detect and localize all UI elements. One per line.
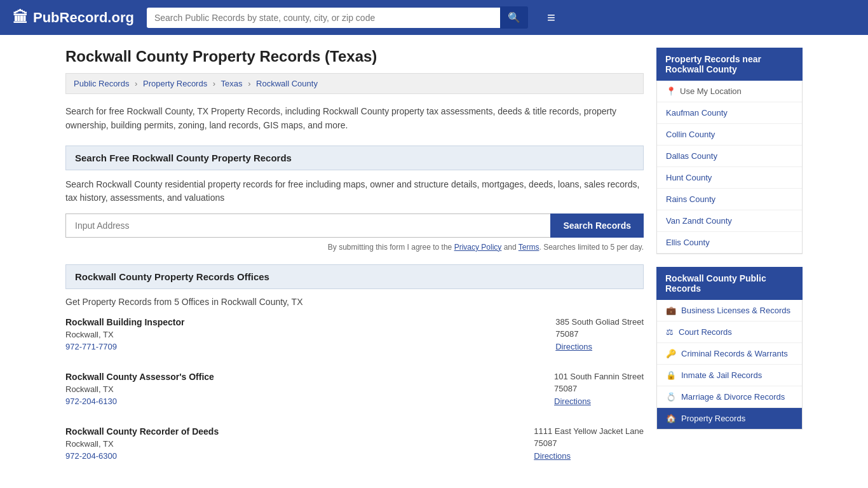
office-entry-3: Rockwall County Recorder of Deeds Rockwa… [65,426,644,467]
search-records-button[interactable]: Search Records [550,214,644,238]
breadcrumb: Public Records › Property Records › Texa… [65,73,644,94]
hamburger-icon: ≡ [547,10,555,25]
offices-section: Rockwall County Property Records Offices… [65,264,644,467]
ellis-county-label: Ellis County [666,238,710,247]
global-search-button[interactable]: 🔍 [500,6,528,29]
site-logo[interactable]: 🏛 PubRecord.org [13,9,134,27]
sidebar-item-inmate-jail-records[interactable]: 🔒 Inmate & Jail Records [657,365,802,386]
property-records-icon: 🏠 [666,414,676,423]
criminal-records-icon: 🔑 [666,349,676,358]
sidebar-nearby-list: 📍 Use My Location Kaufman County Collin … [656,81,803,254]
collin-county-label: Collin County [666,130,715,139]
office-left-3: Rockwall County Recorder of Deeds Rockwa… [65,426,219,461]
directions-link-1[interactable]: Directions [555,342,592,351]
court-records-label: Court Records [679,327,732,337]
form-disclaimer: By submitting this form I agree to the P… [65,243,644,252]
inmate-jail-label: Inmate & Jail Records [681,370,762,380]
office-entry-1: Rockwall Building Inspector Rockwall, TX… [65,317,644,358]
breadcrumb-sep-3: › [248,79,250,88]
sidebar-item-business-licenses[interactable]: 💼 Business Licenses & Records [657,300,802,322]
court-records-icon: ⚖ [666,327,674,337]
and-text: and [501,243,518,252]
sidebar-item-court-records[interactable]: ⚖ Court Records [657,322,802,343]
office-address-line2-3: 75087 [534,438,644,448]
breadcrumb-sep-2: › [213,79,215,88]
office-name-3: Rockwall County Recorder of Deeds [65,426,219,437]
location-pin-icon: 📍 [666,86,676,96]
search-description: Search Rockwall County residential prope… [65,178,644,205]
logo-text: PubRecord.org [33,10,134,26]
inmate-jail-icon: 🔒 [666,370,676,380]
breadcrumb-rockwall-county[interactable]: Rockwall County [256,79,318,88]
office-right-2: 101 South Fannin Street 75087 Directions [554,372,644,406]
sidebar-records-section: Rockwall County Public Records 💼 Busines… [656,267,803,430]
breadcrumb-sep-1: › [135,79,137,88]
breadcrumb-property-records[interactable]: Property Records [143,79,207,88]
page-title: Rockwall County Property Records (Texas) [65,48,644,65]
use-my-location-label: Use My Location [680,86,742,96]
sidebar-item-ellis-county[interactable]: Ellis County [657,232,802,254]
sidebar-item-criminal-records[interactable]: 🔑 Criminal Records & Warrants [657,343,802,365]
main-layout: Rockwall County Property Records (Texas)… [53,35,815,488]
page-description: Search for free Rockwall County, TX Prop… [65,104,644,133]
logo-icon: 🏛 [13,9,28,27]
office-entry-2: Rockwall County Assessor's Office Rockwa… [65,372,644,412]
office-right-3: 1111 East Yellow Jacket Lane 75087 Direc… [534,426,644,461]
office-phone-3[interactable]: 972-204-6300 [65,451,219,461]
sidebar: Property Records near Rockwall County 📍 … [656,48,803,481]
marriage-divorce-label: Marriage & Divorce Records [681,392,785,402]
directions-link-2[interactable]: Directions [554,396,591,406]
sidebar-item-rains-county[interactable]: Rains County [657,189,802,210]
office-left-2: Rockwall County Assessor's Office Rockwa… [65,372,214,406]
offices-section-heading: Rockwall County Property Records Offices [65,264,644,289]
office-phone-1[interactable]: 972-771-7709 [65,342,184,351]
van-zandt-county-label: Van Zandt County [666,216,732,226]
office-phone-2[interactable]: 972-204-6130 [65,396,214,406]
sidebar-item-use-my-location[interactable]: 📍 Use My Location [657,81,802,102]
marriage-divorce-icon: 💍 [666,392,676,402]
office-right-1: 385 South Goliad Street 75087 Directions [555,317,644,351]
office-address-line1-1: 385 South Goliad Street [555,317,644,327]
sidebar-nearby-section: Property Records near Rockwall County 📍 … [656,48,803,254]
rains-county-label: Rains County [666,194,715,204]
sidebar-item-hunt-county[interactable]: Hunt County [657,167,802,189]
office-left-1: Rockwall Building Inspector Rockwall, TX… [65,317,184,351]
sidebar-records-heading: Rockwall County Public Records [656,267,803,300]
disclaimer-text: By submitting this form I agree to the [328,243,454,252]
hunt-county-label: Hunt County [666,173,712,182]
search-section-heading: Search Free Rockwall County Property Rec… [65,146,644,170]
office-city-3: Rockwall, TX [65,439,219,449]
address-input[interactable] [65,214,550,238]
global-search-input[interactable] [147,8,500,28]
office-address-line1-3: 1111 East Yellow Jacket Lane [534,426,644,436]
criminal-records-label: Criminal Records & Warrants [681,349,788,358]
search-form-area: Search Free Rockwall County Property Rec… [65,146,644,252]
dallas-county-label: Dallas County [666,151,717,161]
business-licenses-icon: 💼 [666,306,676,315]
sidebar-item-property-records[interactable]: 🏠 Property Records [657,408,802,429]
sidebar-item-kaufman-county[interactable]: Kaufman County [657,102,802,124]
sidebar-item-marriage-divorce-records[interactable]: 💍 Marriage & Divorce Records [657,386,802,408]
breadcrumb-public-records[interactable]: Public Records [74,79,129,88]
office-address-line1-2: 101 South Fannin Street [554,372,644,381]
limit-text: . Searches limited to 5 per day. [539,243,644,252]
breadcrumb-texas[interactable]: Texas [221,79,243,88]
address-search-row: Search Records [65,214,644,238]
site-header: 🏛 PubRecord.org 🔍 ≡ [0,0,868,35]
sidebar-item-dallas-county[interactable]: Dallas County [657,146,802,167]
hamburger-menu-button[interactable]: ≡ [547,10,555,26]
sidebar-records-list: 💼 Business Licenses & Records ⚖ Court Re… [656,300,803,430]
sidebar-item-van-zandt-county[interactable]: Van Zandt County [657,210,802,232]
sidebar-item-collin-county[interactable]: Collin County [657,124,802,146]
office-address-line2-2: 75087 [554,384,644,393]
search-icon: 🔍 [508,12,520,23]
office-address-line2-1: 75087 [555,329,644,339]
sidebar-nearby-heading: Property Records near Rockwall County [656,48,803,81]
kaufman-county-label: Kaufman County [666,108,728,118]
offices-intro: Get Property Records from 5 Offices in R… [65,297,644,307]
privacy-policy-link[interactable]: Privacy Policy [454,243,502,252]
terms-link[interactable]: Terms [519,243,539,252]
content-area: Rockwall County Property Records (Texas)… [65,48,644,481]
business-licenses-label: Business Licenses & Records [681,306,790,315]
directions-link-3[interactable]: Directions [534,451,571,461]
